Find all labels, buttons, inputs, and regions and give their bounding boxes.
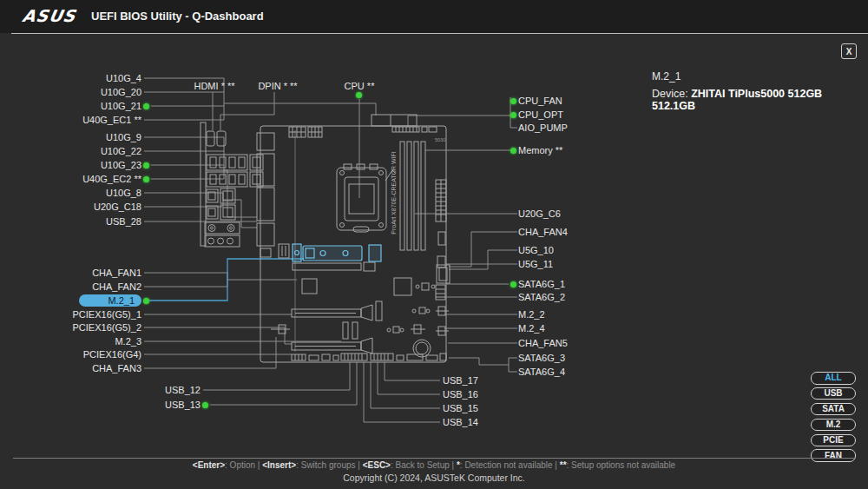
port-label-U5G_11[interactable]: U5G_11 [510, 259, 553, 269]
port-label-text: CHA_FAN5 [518, 338, 568, 348]
port-label-text: M.2_3 [115, 336, 141, 347]
status-dot [143, 176, 149, 182]
port-label-U20G_C18[interactable]: U20G_C18 [94, 202, 149, 212]
port-label-text: CPU ** [345, 81, 375, 91]
port-label-text: U5G_11 [518, 259, 553, 269]
port-label-text: DPIN * ** [258, 81, 297, 91]
status-dot [510, 148, 516, 154]
port-label-text: U10G_4 [106, 73, 141, 83]
port-label-AIO_PUMP[interactable]: AIO_PUMP [510, 122, 568, 133]
port-label-text: SATA6G_4 [518, 367, 565, 377]
hint-key: ** [560, 460, 567, 470]
port-label-CHA_FAN2[interactable]: CHA_FAN2 [92, 281, 149, 292]
filter-button-m-2[interactable]: M.2 [811, 419, 856, 432]
status-dot [510, 281, 516, 287]
port-label-CHA_FAN1[interactable]: CHA_FAN1 [92, 268, 149, 278]
status-dot [143, 103, 149, 109]
copyright-text: Copyright (C) 2024, ASUSTeK Computer Inc… [0, 472, 868, 483]
port-label-text: USB_14 [443, 417, 478, 427]
port-label-text: CPU_FAN [518, 96, 562, 106]
port-label-M.2_3[interactable]: M.2_3 [115, 336, 149, 347]
port-label-USB_12[interactable]: USB_12 [165, 385, 208, 395]
hint-key: * [457, 460, 460, 470]
port-label-CPU_FAN[interactable]: CPU_FAN [510, 96, 562, 106]
port-label-U10G_22[interactable]: U10G_22 [101, 146, 149, 156]
port-label-U10G_8[interactable]: U10G_8 [106, 188, 149, 198]
port-label-text: U10G_22 [101, 146, 141, 156]
port-label-text: M.2_4 [518, 323, 545, 334]
port-label-text: PCIEX16(G5)_2 [73, 322, 141, 333]
port-label-text: PCIEX16(G5)_1 [73, 309, 141, 320]
port-label-text: SATA6G_3 [518, 353, 565, 363]
port-label-SATA6G_4[interactable]: SATA6G_4 [510, 367, 565, 377]
port-label-text: CHA_FAN1 [92, 268, 141, 278]
port-label-U10G_23[interactable]: U10G_23 [101, 160, 149, 170]
port-label-text: CHA_FAN3 [92, 363, 141, 373]
port-label-USB_14[interactable]: USB_14 [443, 417, 478, 427]
port-label-text: U5G_10 [518, 245, 554, 255]
filter-button-all[interactable]: ALL [811, 372, 856, 385]
port-label-M.2_2[interactable]: M.2_2 [510, 309, 545, 320]
port-label-text: AIO_PUMP [518, 122, 568, 133]
diagram-labels: U10G_4U10G_20U10G_21U40G_EC1 **U10G_9U10… [0, 0, 868, 489]
port-label-HDMI[interactable]: HDMI * ** [194, 81, 234, 91]
port-label-U40G_EC1[interactable]: U40G_EC1 ** [82, 115, 149, 125]
port-label-text: M.2_2 [518, 309, 545, 320]
port-label-text: M.2_1 [79, 294, 141, 307]
status-dot [357, 92, 363, 98]
port-label-CPU[interactable]: CPU ** [345, 81, 375, 91]
port-label-text: U10G_20 [101, 87, 141, 97]
status-dot [143, 162, 149, 169]
filter-button-pcie[interactable]: PCIE [811, 434, 856, 447]
port-label-Memory[interactable]: Memory ** [510, 145, 562, 155]
status-dot [143, 298, 149, 304]
port-label-text: HDMI * ** [194, 81, 234, 91]
port-label-M.2_4[interactable]: M.2_4 [510, 323, 545, 334]
port-label-USB_15[interactable]: USB_15 [443, 403, 478, 413]
port-label-U20G_C6[interactable]: U20G_C6 [510, 208, 561, 219]
port-label-text: USB_15 [443, 403, 478, 413]
port-label-text: CPU_OPT [518, 109, 563, 120]
port-label-CHA_FAN5[interactable]: CHA_FAN5 [510, 338, 568, 348]
port-label-U10G_20[interactable]: U10G_20 [101, 87, 149, 97]
port-label-SATA6G_2[interactable]: SATA6G_2 [510, 292, 565, 302]
filter-button-sata[interactable]: SATA [811, 403, 856, 416]
port-label-USB_13[interactable]: USB_13 [165, 400, 208, 410]
port-label-M.2_1[interactable]: M.2_1 [79, 294, 149, 307]
hint-key: <ESC> [363, 460, 391, 470]
port-label-USB_16[interactable]: USB_16 [443, 389, 478, 400]
port-label-U40G_EC2[interactable]: U40G_EC2 ** [82, 174, 149, 184]
port-label-PCIEX16-G4[interactable]: PCIEX16(G4) [83, 349, 149, 360]
port-label-text: CHA_FAN4 [518, 227, 568, 237]
port-label-SATA6G_1[interactable]: SATA6G_1 [510, 279, 565, 289]
port-label-text: U10G_8 [106, 188, 141, 198]
port-label-text: PCIEX16(G4) [83, 349, 141, 360]
port-label-CHA_FAN3[interactable]: CHA_FAN3 [92, 363, 149, 373]
port-label-U10G_9[interactable]: U10G_9 [106, 132, 149, 142]
port-label-text: USB_17 [443, 375, 478, 386]
port-label-text: SATA6G_1 [518, 279, 565, 289]
port-label-CPU_OPT[interactable]: CPU_OPT [510, 109, 563, 120]
port-label-U10G_21[interactable]: U10G_21 [101, 101, 149, 111]
port-label-text: U40G_EC2 ** [82, 174, 141, 184]
port-label-CHA_FAN4[interactable]: CHA_FAN4 [510, 227, 568, 237]
port-label-text: USB_28 [106, 216, 141, 227]
port-label-text: CHA_FAN2 [92, 281, 141, 292]
q-dashboard-screen: ASUS UEFI BIOS Utility - Q-Dashboard X M… [0, 0, 868, 489]
port-label-SATA6G_3[interactable]: SATA6G_3 [510, 353, 565, 363]
port-label-USB_17[interactable]: USB_17 [443, 375, 478, 386]
status-dot [510, 112, 516, 118]
port-label-U5G_10[interactable]: U5G_10 [510, 245, 554, 255]
port-label-U10G_4[interactable]: U10G_4 [106, 73, 149, 83]
port-label-text: USB_13 [165, 400, 201, 410]
filter-button-usb[interactable]: USB [811, 387, 856, 400]
port-label-text: U20G_C18 [94, 202, 141, 212]
port-label-PCIEX16-G5-_2[interactable]: PCIEX16(G5)_2 [73, 322, 149, 333]
port-label-PCIEX16-G5-_1[interactable]: PCIEX16(G5)_1 [73, 309, 149, 320]
status-dot [510, 98, 516, 104]
port-label-DPIN[interactable]: DPIN * ** [258, 81, 297, 91]
key-hints: <Enter>: Option | <Insert>: Switch group… [0, 460, 868, 470]
port-label-USB_28[interactable]: USB_28 [106, 216, 149, 227]
port-label-text: U10G_23 [101, 160, 141, 170]
port-label-text: USB_12 [165, 385, 201, 395]
